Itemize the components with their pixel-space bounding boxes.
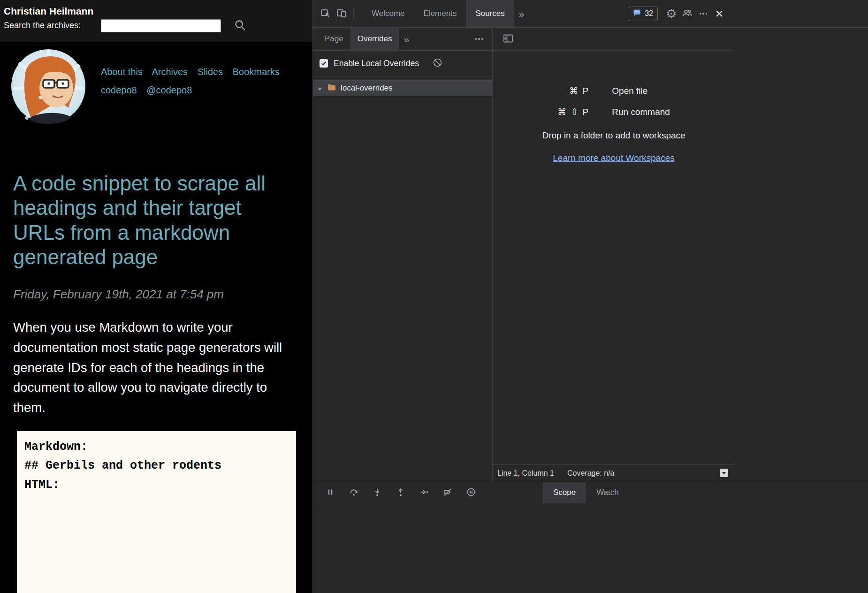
kebab-menu-icon — [700, 13, 708, 15]
tree-item-label: local-overrides — [341, 84, 393, 93]
settings-button[interactable]: ⚙ — [663, 6, 679, 22]
link-codepo8[interactable]: codepo8 — [101, 85, 137, 95]
learn-workspaces-link[interactable]: Learn more about Workspaces — [553, 153, 674, 163]
search-label: Search the archives: — [4, 21, 81, 30]
people-icon — [682, 8, 693, 20]
coverage-status: Coverage: n/a — [567, 469, 615, 478]
code-line: HTML: — [24, 476, 289, 495]
overrides-file-tree: ▸ local-overrides — [313, 76, 492, 482]
nav-link-archives[interactable]: Archives — [152, 67, 188, 77]
step-over-icon — [349, 487, 358, 498]
site-author-name: Christian Heilmann — [4, 6, 93, 17]
pause-script-button[interactable] — [319, 484, 342, 501]
blog-hero: About this Archives Slides Bookmarks cod… — [0, 42, 312, 141]
step-over-button[interactable] — [342, 484, 365, 501]
debugger-tabs: Scope Watch — [543, 482, 629, 503]
nav-link-slides[interactable]: Slides — [198, 67, 223, 77]
expand-status-button[interactable] — [718, 467, 730, 479]
search-button[interactable] — [232, 18, 248, 34]
link-codepo8-twitter[interactable]: @codepo8 — [146, 85, 192, 95]
devtools-menu-button[interactable] — [695, 6, 711, 22]
nav-link-bookmarks[interactable]: Bookmarks — [233, 67, 280, 77]
tab-page[interactable]: Page — [318, 28, 350, 50]
pause-icon — [326, 487, 335, 498]
enable-overrides-label: Enable Local Overrides — [334, 59, 419, 68]
debugger-toolbar: Scope Watch — [313, 482, 868, 503]
inspect-icon — [320, 8, 331, 20]
folder-icon — [327, 83, 336, 93]
more-navigator-tabs-chevron[interactable]: » — [399, 34, 414, 44]
sources-navigator-pane: Page Overrides » Enable Local Overrides — [313, 28, 493, 482]
nav-link-about[interactable]: About this — [101, 67, 143, 77]
shortcut-keys: ⌘ ⇧ P — [557, 106, 589, 117]
toolbar-separator — [353, 8, 354, 20]
cursor-position: Line 1, Column 1 — [497, 469, 554, 478]
search-input[interactable] — [101, 19, 221, 32]
navigator-more-options-icon[interactable] — [475, 38, 483, 40]
post-title: A code snippet to scrape all headings an… — [13, 171, 295, 269]
enable-local-overrides-checkbox[interactable] — [320, 59, 328, 68]
shortcut-action: Open file — [612, 86, 647, 96]
tab-elements[interactable]: Elements — [414, 0, 466, 27]
step-icon — [419, 487, 429, 498]
step-out-button[interactable] — [389, 484, 412, 501]
toggle-navigator-button[interactable] — [500, 31, 516, 47]
site-nav: About this Archives Slides Bookmarks — [101, 67, 287, 77]
post-date: Friday, February 19th, 2021 at 7:54 pm — [13, 287, 299, 302]
tab-overrides[interactable]: Overrides — [350, 28, 399, 50]
debugger-panel-body — [313, 503, 868, 593]
gear-icon: ⚙ — [666, 8, 677, 20]
panel-toggle-icon — [503, 33, 514, 46]
shortcut-action: Run command — [612, 107, 670, 117]
devtools-empty-area — [735, 28, 868, 482]
shortcut-keys: ⌘ P — [569, 85, 589, 96]
more-panel-tabs-chevron[interactable]: » — [514, 9, 529, 19]
step-out-icon — [396, 487, 405, 498]
post-paragraph: When you use Markdown to write your docu… — [13, 318, 299, 418]
tab-welcome[interactable]: Welcome — [362, 0, 414, 27]
step-into-button[interactable] — [365, 484, 389, 501]
author-avatar — [9, 49, 87, 124]
deactivate-breakpoints-button[interactable] — [436, 484, 459, 501]
sources-editor-pane: ⌘ P Open file ⌘ ⇧ P Run command Drop in … — [493, 28, 735, 482]
drop-folder-hint: Drop in a folder to add to workspace — [542, 130, 685, 141]
sources-panel: Page Overrides » Enable Local Overrides — [313, 28, 868, 482]
blog-article: A code snippet to scrape all headings an… — [0, 171, 312, 593]
issues-counter-button[interactable]: 32 — [628, 7, 658, 21]
step-into-icon — [373, 487, 382, 498]
expand-box-icon — [719, 468, 729, 479]
tab-sources[interactable]: Sources — [466, 0, 514, 27]
block-icon — [432, 57, 443, 69]
debugger-sidebar: Scope Watch — [313, 482, 868, 593]
tab-scope[interactable]: Scope — [543, 482, 586, 503]
step-button[interactable] — [412, 484, 436, 501]
code-line: Markdown: — [24, 438, 289, 457]
pause-on-exceptions-button[interactable] — [459, 484, 483, 501]
expand-arrow-icon[interactable]: ▸ — [319, 84, 327, 92]
clear-overrides-button[interactable] — [431, 57, 444, 70]
deactivate-breakpoints-icon — [443, 487, 452, 498]
close-devtools-button[interactable]: × — [711, 6, 727, 22]
tab-watch[interactable]: Watch — [586, 482, 629, 503]
close-icon: × — [715, 7, 723, 21]
code-line: ## Gerbils and other rodents — [24, 456, 289, 476]
shortcut-list: ⌘ P Open file ⌘ ⇧ P Run command — [557, 85, 670, 117]
search-icon — [234, 19, 247, 33]
devtools-panel-tabs: Welcome Elements Sources — [362, 0, 514, 27]
devtools-main-toolbar: Welcome Elements Sources » 32 ⚙ — [313, 0, 868, 28]
blog-header: Christian Heilmann Search the archives: — [0, 0, 312, 42]
blog-page: Christian Heilmann Search the archives: — [0, 0, 312, 593]
pause-on-exceptions-icon — [466, 487, 476, 498]
inspect-element-button[interactable] — [318, 6, 334, 22]
devtools-window: Welcome Elements Sources » 32 ⚙ — [312, 0, 868, 593]
navigator-tabs: Page Overrides » — [313, 28, 492, 51]
editor-toolbar — [493, 28, 735, 51]
tree-item-local-overrides[interactable]: ▸ local-overrides — [313, 80, 492, 96]
device-toolbar-button[interactable] — [334, 6, 350, 22]
dev-resources-button[interactable] — [679, 6, 695, 22]
issues-count: 32 — [645, 9, 653, 18]
editor-status-bar: Line 1, Column 1 Coverage: n/a — [493, 464, 735, 482]
issues-bubble-icon — [632, 8, 641, 19]
editor-placeholder: ⌘ P Open file ⌘ ⇧ P Run command Drop in … — [493, 51, 735, 464]
device-toolbar-icon — [336, 8, 347, 20]
